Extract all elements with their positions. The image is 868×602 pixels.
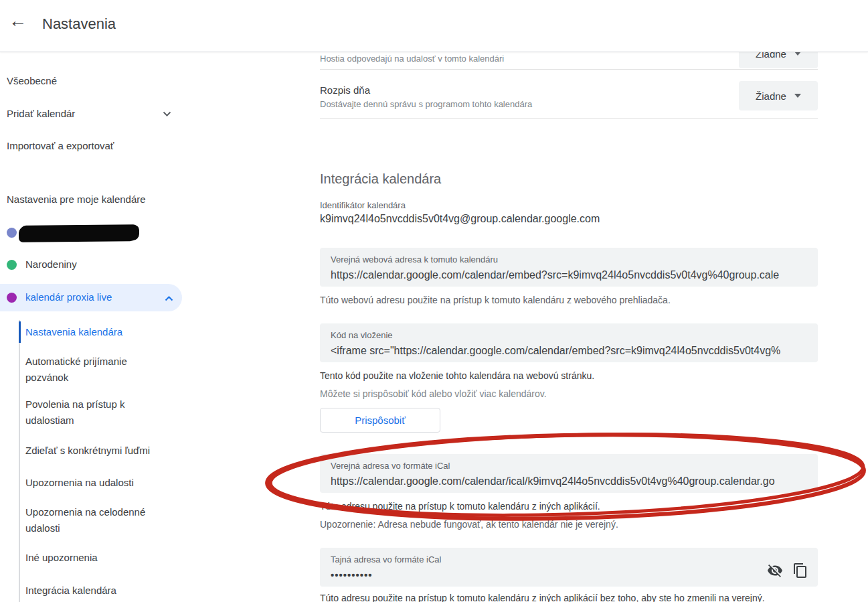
subnav-active-indicator	[19, 321, 21, 343]
public-ical-address-value[interactable]: https://calendar.google.com/calendar/ica…	[331, 475, 807, 488]
sidebar-item-birthdays[interactable]: Narodeniny	[25, 258, 77, 270]
public-web-address-caption: Túto webovú adresu použite na prístup k …	[320, 295, 671, 305]
sidebar-item-import-export[interactable]: Importovať a exportovať	[7, 140, 114, 151]
field-label: Verejná webová adresa k tomuto kalendáru	[331, 254, 807, 265]
calendar-color-dot	[7, 293, 17, 303]
public-ical-caption: Túto adresu použite na prístup k tomuto …	[320, 501, 600, 512]
row-divider	[320, 118, 818, 119]
dropdown-arrow-icon	[794, 94, 801, 98]
embed-code-caption: Tento kód použite na vloženie tohto kale…	[320, 370, 594, 381]
sidebar-section-my-calendars: Nastavenia pre moje kalendáre	[7, 194, 146, 205]
subnav-guide-line	[19, 320, 20, 602]
page-title: Nastavenia	[42, 15, 116, 33]
back-arrow-icon[interactable]: ←	[9, 12, 27, 30]
embed-code-field[interactable]: Kód na vloženie <iframe src="https://cal…	[320, 323, 818, 362]
sidebar-item-selected-calendar[interactable]: kalendár proxia live	[0, 284, 182, 311]
subnav-auto-accept-invitations[interactable]: Automatické prijímanie pozvánok	[25, 354, 169, 386]
subnav-event-notifications[interactable]: Upozornenia na udalosti	[25, 475, 169, 491]
subnav-calendar-integration[interactable]: Integrácia kalendára	[25, 583, 169, 599]
copy-icon[interactable]	[792, 562, 808, 579]
field-label: Verejná adresa vo formáte iCal	[331, 461, 807, 471]
visibility-off-icon[interactable]	[767, 562, 783, 579]
public-web-address-value[interactable]: https://calendar.google.com/calendar/emb…	[331, 269, 807, 282]
selected-calendar-label: kalendár proxia live	[25, 291, 112, 303]
public-web-address-field[interactable]: Verejná webová adresa k tomuto kalendáru…	[320, 248, 818, 287]
daily-agenda-title: Rozpis dňa	[320, 84, 370, 96]
redacted-calendar-name[interactable]	[20, 224, 138, 241]
field-label: Kód na vloženie	[331, 330, 807, 340]
subnav-access-permissions[interactable]: Povolenia na prístup k udalostiam	[25, 396, 169, 429]
settings-header: ← Nastavenia	[0, 0, 868, 52]
subnav-other-notifications[interactable]: Iné upozornenia	[25, 550, 169, 566]
integration-heading: Integrácia kalendára	[320, 171, 441, 187]
field-label: Tajná adresa vo formáte iCal	[331, 554, 807, 565]
customize-button[interactable]: Prispôsobiť	[320, 408, 440, 433]
embed-code-value[interactable]: <iframe src="https://calendar.google.com…	[331, 344, 807, 358]
subnav-share-with-people[interactable]: Zdieľať s konkrétnymi ľuďmi	[25, 443, 169, 459]
secret-ical-caption: Túto adresu použite na prístup k tomuto …	[320, 593, 765, 602]
guest-responses-description: Hostia odpovedajú na udalosť v tomto kal…	[320, 54, 504, 64]
daily-agenda-description: Dostávajte dennú správu s programom toht…	[320, 99, 532, 109]
dropdown-value: Žiadne	[756, 90, 786, 102]
calendar-color-dot	[7, 228, 17, 238]
row-divider	[320, 69, 818, 70]
calendar-id-value: k9imvq24l4o5nvcddis5v0t4vg@group.calenda…	[320, 213, 600, 225]
calendar-id-label: Identifikátor kalendára	[320, 200, 406, 210]
secret-ical-address-value[interactable]: ••••••••••	[331, 569, 807, 582]
embed-code-caption-2: Môžete si prispôsobiť kód alebo vložiť v…	[320, 388, 547, 399]
subnav-all-day-notifications[interactable]: Upozornenia na celodenné udalosti	[25, 504, 169, 536]
secret-ical-address-field[interactable]: Tajná adresa vo formáte iCal ••••••••••	[320, 548, 818, 587]
chevron-up-icon[interactable]	[165, 295, 173, 301]
chevron-down-icon[interactable]	[163, 111, 171, 117]
subnav-calendar-settings[interactable]: Nastavenia kalendára	[25, 324, 169, 340]
sidebar-item-general[interactable]: Všeobecné	[7, 75, 57, 86]
public-ical-address-field[interactable]: Verejná adresa vo formáte iCal https://c…	[320, 454, 818, 493]
public-ical-warning: Upozornenie: Adresa nebude fungovať, ak …	[320, 519, 618, 530]
sidebar-item-add-calendar[interactable]: Pridať kalendár	[7, 108, 75, 119]
daily-agenda-dropdown[interactable]: Žiadne	[739, 81, 818, 110]
calendar-color-dot	[7, 260, 17, 270]
